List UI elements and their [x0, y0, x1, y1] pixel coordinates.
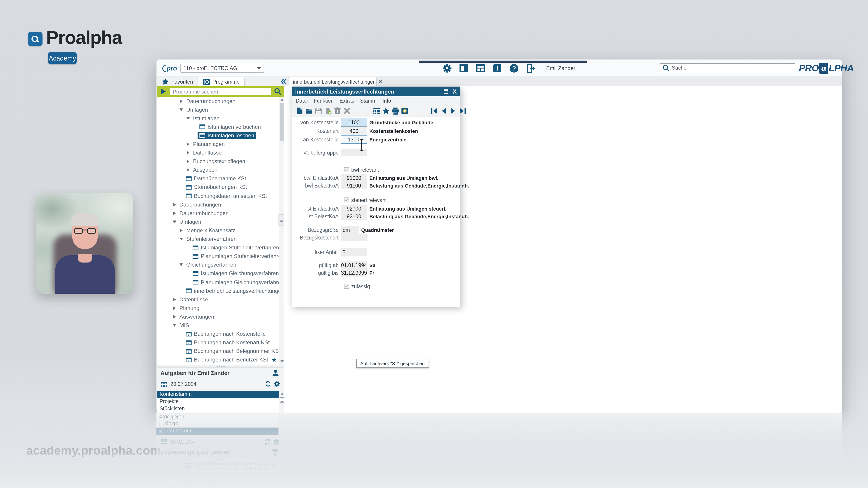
- field-input[interactable]: [341, 234, 367, 241]
- tree-item-box[interactable]: Umlagen: [178, 218, 203, 225]
- tree-item[interactable]: iBuchungen nach Kostenart KSt: [157, 338, 279, 347]
- restore-button[interactable]: [324, 107, 332, 115]
- field-input[interactable]: 91000: [341, 174, 367, 182]
- tree-item-box[interactable]: Datenübernahme KSt: [184, 175, 248, 182]
- tree-item-box[interactable]: Stufenleiterverfahren: [184, 235, 239, 242]
- checkbox-icon[interactable]: [344, 197, 349, 202]
- tree-item-box[interactable]: MIS: [178, 322, 191, 329]
- tree-item[interactable]: Planumlagen Stufenleiterverfahren: [157, 252, 279, 260]
- tree-item-box[interactable]: Planumlagen: [191, 140, 226, 148]
- tree-item[interactable]: iBuchungen nach Kostenstelle: [157, 330, 279, 338]
- tree-item[interactable]: Auswertungen: [157, 313, 279, 321]
- scroll-up-icon[interactable]: [280, 98, 284, 101]
- tree-item-box[interactable]: Stornobuchungen KSt: [184, 184, 249, 191]
- tree-item-box[interactable]: innerbetriebl Leistungsverflechtungen: [184, 287, 279, 294]
- tab-favoriten[interactable]: Favoriten: [157, 77, 197, 86]
- menu-datei[interactable]: Datei: [296, 98, 308, 103]
- tree-item[interactable]: Gleichungsverfahren: [157, 261, 279, 269]
- first-record-button[interactable]: [430, 107, 438, 115]
- tree-item[interactable]: Istumlagen verbuchen: [157, 123, 279, 131]
- tree-item[interactable]: Buchungstext pflegen: [157, 157, 279, 166]
- field-input[interactable]: ?: [341, 248, 367, 256]
- maximize-icon[interactable]: [444, 89, 449, 94]
- field-input[interactable]: 92000: [341, 205, 367, 213]
- tree-item[interactable]: Dauerbuchungen: [157, 200, 279, 209]
- program-search-input[interactable]: [170, 88, 271, 95]
- task-list-scrollbar[interactable]: [279, 391, 284, 413]
- tree-item[interactable]: Planumlagen: [157, 140, 279, 149]
- tree-item[interactable]: Umlagen: [157, 105, 279, 114]
- tree-item[interactable]: Menge x Kostensatz: [157, 226, 279, 235]
- task-list-item[interactable]: Kontenstamm: [157, 391, 279, 398]
- tree-item[interactable]: Buchungsdaten umsetzen KSt: [157, 192, 279, 200]
- tree-item-box[interactable]: Buchungstext pflegen: [191, 158, 247, 165]
- calendar-icon[interactable]: [160, 381, 168, 388]
- tree-item[interactable]: Istumlagen löschen: [157, 131, 279, 140]
- save-button[interactable]: [315, 107, 322, 115]
- tree-item-box[interactable]: Auswertungen: [178, 313, 216, 320]
- settings-button[interactable]: [442, 63, 452, 73]
- open-button[interactable]: [305, 107, 313, 115]
- menu-stamm[interactable]: Stamm: [360, 98, 377, 103]
- tree-item[interactable]: Dauerumbuchungen: [157, 209, 279, 217]
- tree-item-box[interactable]: Istumlagen verbuchen: [197, 123, 263, 131]
- scroll-up-icon[interactable]: [280, 393, 284, 395]
- tree-item-box[interactable]: Planung: [178, 304, 201, 312]
- tree-item-box[interactable]: Umlagen: [184, 106, 210, 113]
- logout-button[interactable]: [526, 63, 536, 73]
- help-button[interactable]: ?: [509, 63, 519, 73]
- tree-item-box[interactable]: Ausgaben: [191, 166, 219, 174]
- scroll-down-icon[interactable]: [280, 360, 284, 363]
- tree-item-box[interactable]: Istumlagen: [191, 115, 221, 122]
- minimized-window-strip[interactable]: [418, 61, 587, 63]
- tree-item[interactable]: Istumlagen: [157, 114, 279, 123]
- task-list-item[interactable]: Projekte: [157, 398, 279, 405]
- close-record-button[interactable]: [343, 107, 351, 115]
- print-button[interactable]: [392, 107, 399, 115]
- field-input[interactable]: 400: [341, 127, 367, 135]
- tree-item-box[interactable]: Dauerumbuchungen: [184, 97, 237, 105]
- window-split-button[interactable]: [459, 63, 469, 73]
- menu-info[interactable]: Info: [382, 98, 391, 103]
- tree-item-box[interactable]: Datenflüsse: [191, 149, 223, 156]
- tree-item-box[interactable]: Planumlagen Gleichungsverfahren: [191, 279, 279, 286]
- tree-item-box[interactable]: iBuchungen nach Kostenstelle: [184, 330, 268, 337]
- dialog-titlebar[interactable]: innerbetriebl Leistungsverflechtungen X: [292, 87, 460, 96]
- person-icon[interactable]: [272, 369, 279, 377]
- tree-item[interactable]: Datenübernahme KSt: [157, 174, 279, 183]
- last-record-button[interactable]: [459, 107, 467, 115]
- favorite-button[interactable]: [382, 107, 390, 115]
- delete-button[interactable]: [334, 107, 341, 115]
- tree-item[interactable]: Stornobuchungen KSt: [157, 183, 279, 192]
- tree-item-box[interactable]: iBuchungen nach Kostenart KSt: [184, 339, 272, 346]
- field-input[interactable]: 92100: [341, 213, 367, 220]
- field-input[interactable]: 31.12.9999: [341, 269, 367, 276]
- tree-item-box[interactable]: Planumlagen Stufenleiterverfahren: [191, 253, 279, 260]
- list-grip-icon[interactable]: [280, 397, 284, 402]
- info-button[interactable]: i: [492, 63, 502, 73]
- prev-record-button[interactable]: [440, 107, 447, 115]
- tree-item-box[interactable]: Menge x Kostensatz: [184, 227, 237, 234]
- next-record-button[interactable]: [450, 107, 457, 115]
- gear-icon[interactable]: [274, 381, 280, 387]
- search-icon[interactable]: [274, 88, 282, 95]
- field-input[interactable]: 1100: [341, 118, 367, 127]
- global-search-input[interactable]: [672, 65, 793, 70]
- horizontal-splitter[interactable]: [157, 365, 284, 368]
- task-list-item[interactable]: Stücklisten: [157, 405, 279, 412]
- field-input[interactable]: qm: [341, 226, 359, 234]
- new-record-button[interactable]: [296, 107, 303, 115]
- tree-item[interactable]: Dauerumbuchungen: [157, 97, 279, 105]
- tree-item-box[interactable]: Datenflüsse: [178, 296, 210, 303]
- pane-splitter-handle[interactable]: [278, 214, 284, 226]
- tree-item[interactable]: iBuchungen nach Benutzer KSt: [157, 356, 279, 364]
- tree-item[interactable]: Istumlagen Gleichungsverfahren: [157, 269, 279, 278]
- calendar-button[interactable]: [373, 107, 380, 115]
- tree-item-box[interactable]: Istumlagen löschen: [197, 132, 256, 139]
- tree-item-box[interactable]: Dauerumbuchungen: [178, 210, 230, 217]
- tree-item-box[interactable]: iBuchungen nach Belegnummer KSt: [184, 348, 279, 355]
- tree-item[interactable]: Ausgaben: [157, 166, 279, 174]
- tree-item-box[interactable]: Dauerbuchungen: [178, 201, 223, 208]
- play-icon[interactable]: [160, 88, 167, 95]
- tasks-date[interactable]: 20.07.2024: [170, 381, 196, 387]
